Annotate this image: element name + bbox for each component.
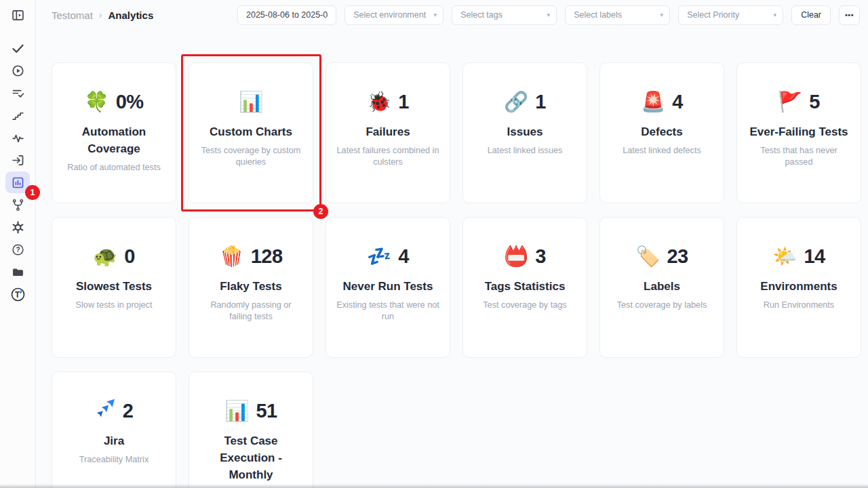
breadcrumb-project-link[interactable]: Testomat	[52, 9, 93, 21]
sidebar-item-runs[interactable]	[5, 60, 30, 81]
filter-toolbar: 2025-08-06 to 2025-0 Select environment …	[237, 5, 860, 25]
analytics-icon	[11, 176, 25, 190]
analytics-card[interactable]: 🐢 0 Slowest Tests Slow tests in project	[52, 217, 176, 358]
analytics-card[interactable]: 🚩 5 Ever-Failing Tests Tests that has ne…	[736, 62, 861, 203]
analytics-cards-grid: 🍀 0% Automation Coverage Ratio of automa…	[52, 62, 860, 488]
card-title: Labels	[610, 278, 714, 295]
card-header: 🔗 1	[473, 88, 577, 115]
card-value: 128	[251, 245, 283, 268]
sidebar-item-settings[interactable]	[5, 216, 30, 238]
analytics-card[interactable]: 🔗 1 Issues Latest linked issues	[462, 62, 587, 203]
card-header: 📛 3	[473, 243, 577, 270]
analytics-card[interactable]: 🏷️ 23 Labels Test coverage by labels	[599, 217, 724, 358]
priority-select[interactable]: Select Priority ▾	[678, 5, 783, 25]
rotating-light-emoji: 🚨	[641, 92, 665, 112]
analytics-card[interactable]: 📊 51 Test Case Execution - Monthly	[189, 371, 313, 488]
analytics-card[interactable]: 🍀 0% Automation Coverage Ratio of automa…	[52, 62, 176, 203]
sidebar-item-steps[interactable]	[5, 104, 30, 126]
folder-icon	[11, 265, 25, 279]
pulse-icon	[11, 131, 25, 145]
card-title: Custom Charts	[199, 123, 303, 140]
analytics-card[interactable]: 💤 4 Never Run Tests Existing tests that …	[326, 217, 450, 358]
card-description: Latest linked issues	[473, 145, 577, 157]
jira-logo-icon	[95, 399, 116, 420]
card-value: 2	[123, 400, 134, 422]
card-value: 4	[398, 245, 409, 268]
clear-filters-button[interactable]: Clear	[791, 5, 831, 25]
card-description: Latest failures combined in culsters	[336, 145, 440, 168]
card-header: 📊 51	[199, 397, 303, 424]
card-value: 0	[124, 245, 135, 268]
card-value: 51	[256, 400, 277, 422]
priority-select-placeholder: Select Priority	[687, 10, 739, 20]
import-icon	[11, 153, 25, 167]
card-title: Environments	[747, 278, 851, 295]
card-title: Jira	[62, 432, 166, 449]
environment-select[interactable]: Select environment ▾	[344, 5, 443, 25]
bar-chart-emoji: 📊	[224, 401, 249, 421]
card-description: Latest linked defects	[610, 145, 714, 157]
steps-icon	[11, 108, 25, 123]
sidebar-item-panel-toggle[interactable]	[5, 4, 30, 26]
popcorn-emoji: 🍿	[219, 247, 243, 266]
sidebar-item-tests[interactable]	[5, 37, 30, 59]
analytics-card[interactable]: 📛 3 Tags Statistics Test coverage by tag…	[462, 217, 587, 358]
tags-select-placeholder: Select tags	[460, 10, 502, 20]
card-value: 0%	[116, 91, 144, 113]
tags-select[interactable]: Select tags ▾	[452, 5, 557, 25]
card-value: 5	[809, 91, 820, 113]
card-description: Tests that has never passed	[747, 145, 851, 168]
card-header: 📊	[199, 88, 303, 115]
analytics-card[interactable]: 🍿 128 Flaky Tests Randomly passing or fa…	[189, 217, 313, 358]
labels-select[interactable]: Select labels ▾	[565, 5, 670, 25]
chevron-down-icon: ▾	[774, 12, 777, 18]
sidebar: ? T	[0, 0, 36, 488]
ladybug-emoji: 🐞	[367, 92, 391, 112]
more-options-button[interactable]: •••	[839, 5, 860, 25]
svg-text:?: ?	[16, 246, 20, 253]
red-flag-emoji: 🚩	[778, 92, 802, 112]
card-header: 🌤️ 14	[747, 243, 851, 270]
card-value: 14	[804, 245, 825, 268]
card-header: 🚨 4	[610, 88, 714, 115]
card-title: Tags Statistics	[473, 278, 577, 295]
analytics-card[interactable]: 🚨 4 Defects Latest linked defects	[599, 62, 724, 203]
card-value: 1	[398, 91, 409, 113]
label-emoji: 🏷️	[635, 247, 660, 266]
sidebar-item-logo[interactable]: T	[5, 283, 30, 305]
date-range-input[interactable]: 2025-08-06 to 2025-0	[237, 5, 336, 25]
sidebar-item-pulse[interactable]	[5, 127, 30, 148]
card-title: Defects	[610, 123, 714, 140]
card-header: 🚩 5	[747, 88, 851, 115]
analytics-card[interactable]: 2 Jira Traceability Matrix	[52, 371, 176, 488]
jira-logo-icon	[95, 399, 116, 423]
sidebar-item-projects[interactable]	[5, 261, 30, 283]
name-badge-emoji: 📛	[504, 247, 528, 266]
analytics-card[interactable]: 🐞 1 Failures Latest failures combined in…	[326, 62, 450, 203]
check-icon	[11, 41, 25, 56]
card-header: 2	[62, 397, 166, 424]
sidebar-item-help[interactable]: ?	[5, 239, 30, 260]
sidebar-item-plans[interactable]	[5, 82, 30, 104]
sun-cloud-emoji: 🌤️	[772, 247, 797, 266]
testomat-logo-icon: T	[10, 287, 26, 302]
card-description: Existing tests that were not run	[336, 300, 440, 323]
svg-text:T: T	[14, 289, 20, 299]
analytics-card[interactable]: 🌤️ 14 Environments Run Environments	[736, 217, 861, 358]
card-title: Slowest Tests	[62, 278, 166, 295]
card-description: Slow tests in project	[62, 300, 166, 311]
card-value: 4	[672, 91, 683, 113]
play-circle-icon	[11, 64, 25, 78]
chevron-down-icon: ▾	[547, 12, 551, 18]
card-title: Failures	[336, 123, 440, 140]
sidebar-item-import[interactable]	[5, 149, 30, 171]
card-description: Test coverage by tags	[473, 300, 577, 311]
card-description: Traceability Matrix	[62, 454, 166, 466]
link-emoji: 🔗	[504, 92, 528, 112]
help-icon: ?	[11, 243, 25, 257]
topbar: Testomat › Analytics 2025-08-06 to 2025-…	[52, 0, 860, 30]
card-description: Run Environments	[747, 300, 851, 311]
annotation-step-1-badge: 1	[25, 185, 40, 200]
zzz-emoji: 💤	[367, 247, 391, 266]
analytics-card[interactable]: 📊 Custom Charts Tests coverage by custom…	[189, 62, 313, 203]
